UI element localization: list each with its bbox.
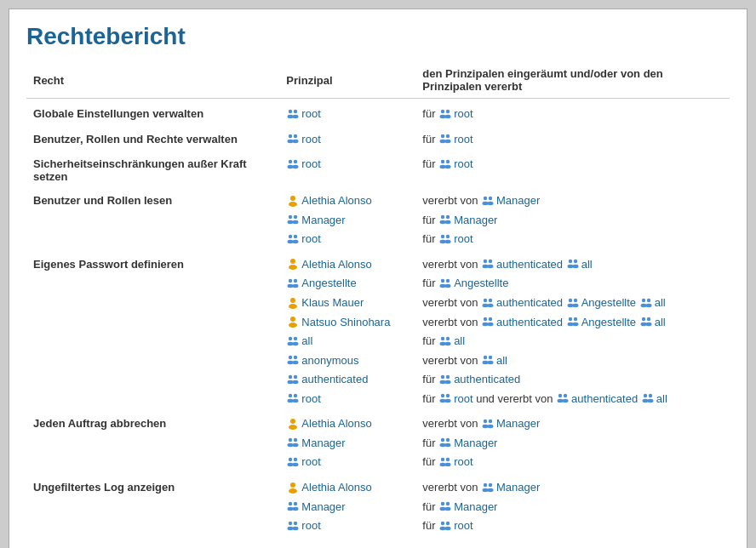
recht-cell [26, 274, 279, 294]
granted-link[interactable]: root [454, 107, 472, 120]
granted-link[interactable]: Manager [454, 214, 497, 226]
group-icon [438, 373, 452, 386]
svg-point-95 [293, 341, 299, 345]
granted-link[interactable]: all [581, 258, 593, 271]
table-row: rootfür root [26, 453, 730, 472]
group-icon [481, 481, 495, 494]
prinzipal-link[interactable]: root [301, 455, 320, 468]
svg-point-99 [445, 341, 451, 345]
granted-link[interactable]: root [454, 157, 472, 170]
svg-point-22 [446, 159, 450, 163]
recht-cell [26, 211, 279, 231]
recht-cell [26, 313, 279, 333]
granted-cell: für Manager [415, 434, 730, 454]
group-icon [481, 194, 495, 208]
prinzipal-cell: authenticated [279, 370, 415, 390]
group-icon [438, 232, 452, 246]
prinzipal-link[interactable]: Natsuo Shinohara [301, 316, 390, 328]
group-icon [481, 353, 495, 367]
prinzipal-link[interactable]: root [301, 232, 320, 245]
granted-link[interactable]: root [454, 392, 472, 405]
svg-point-73 [572, 303, 578, 306]
prinzipal-link[interactable]: root [301, 519, 320, 532]
group-icon [556, 391, 570, 405]
svg-point-46 [290, 259, 295, 264]
svg-point-24 [290, 196, 295, 201]
prinzipal-link[interactable]: anonymous [301, 354, 358, 367]
granted-link[interactable]: Manager [496, 481, 540, 494]
svg-point-86 [574, 317, 577, 321]
svg-point-83 [488, 323, 494, 326]
svg-point-142 [441, 438, 444, 442]
recht-cell [26, 370, 279, 390]
prinzipal-link[interactable]: Manager [301, 214, 345, 226]
recht-cell [26, 434, 279, 454]
granted-link[interactable]: Manager [496, 417, 540, 430]
granted-link[interactable]: authenticated [496, 296, 563, 309]
granted-cell: vererbt von Manager [415, 408, 730, 434]
granted-link[interactable]: Manager [496, 194, 540, 207]
prinzipal-cell: Manager [279, 434, 415, 454]
svg-point-103 [293, 361, 299, 364]
recht-cell [26, 517, 279, 536]
svg-point-21 [440, 164, 446, 168]
granted-link[interactable]: all [454, 334, 465, 347]
svg-point-151 [440, 463, 446, 466]
prinzipal-link[interactable]: all [301, 334, 312, 347]
group-icon [438, 436, 452, 449]
svg-point-32 [294, 215, 297, 219]
granted-link[interactable]: authenticated [496, 316, 563, 328]
granted-link[interactable]: authenticated [454, 373, 520, 385]
svg-point-102 [294, 356, 297, 359]
svg-point-67 [483, 303, 489, 306]
granted-link[interactable]: Angestellte [581, 296, 636, 309]
svg-point-89 [640, 323, 646, 326]
group-icon [438, 519, 452, 533]
svg-point-174 [446, 521, 450, 524]
svg-point-68 [489, 298, 492, 301]
svg-point-148 [294, 458, 297, 461]
svg-point-127 [563, 399, 569, 402]
prinzipal-link[interactable]: Alethia Alonso [301, 481, 371, 494]
prinzipal-link[interactable]: root [301, 392, 320, 405]
granted-link[interactable]: Angestellte [454, 277, 508, 289]
prinzipal-link[interactable]: Klaus Mauer [301, 296, 364, 309]
granted-link[interactable]: Angestellte [581, 316, 636, 328]
svg-point-77 [645, 303, 651, 306]
svg-point-115 [445, 380, 451, 384]
granted-link[interactable]: root [454, 133, 472, 146]
svg-point-146 [289, 458, 292, 461]
prinzipal-link[interactable]: Manager [301, 437, 345, 449]
svg-point-152 [446, 458, 450, 461]
svg-point-16 [289, 159, 292, 163]
granted-link[interactable]: authenticated [496, 258, 563, 271]
person-icon [286, 296, 300, 310]
prinzipal-link[interactable]: Angestellte [301, 277, 356, 289]
svg-point-90 [646, 317, 650, 321]
granted-link[interactable]: Manager [454, 437, 497, 449]
granted-link[interactable]: all [656, 392, 667, 405]
granted-link[interactable]: all [655, 296, 666, 309]
granted-link[interactable]: root [454, 519, 472, 532]
prinzipal-link[interactable]: root [301, 107, 320, 120]
granted-link[interactable]: Manager [454, 500, 497, 513]
prinzipal-link[interactable]: Alethia Alonso [301, 417, 371, 430]
svg-point-61 [440, 284, 446, 288]
svg-point-0 [289, 109, 292, 112]
group-icon [286, 213, 300, 226]
prinzipal-link[interactable]: Alethia Alonso [301, 194, 371, 207]
svg-point-159 [488, 488, 494, 491]
prinzipal-link[interactable]: root [301, 157, 320, 170]
prinzipal-link[interactable]: authenticated [301, 373, 368, 385]
granted-link[interactable]: root [454, 455, 472, 468]
prinzipal-cell: root [279, 517, 415, 536]
prinzipal-link[interactable]: Manager [301, 500, 345, 513]
granted-link[interactable]: all [496, 354, 507, 367]
granted-link[interactable]: authenticated [571, 392, 638, 405]
granted-link[interactable]: all [655, 316, 666, 328]
svg-point-135 [483, 425, 489, 428]
prinzipal-link[interactable]: root [301, 133, 320, 146]
prinzipal-link[interactable]: Alethia Alonso [301, 258, 371, 271]
granted-link[interactable]: root [454, 232, 472, 245]
svg-point-20 [441, 159, 444, 163]
